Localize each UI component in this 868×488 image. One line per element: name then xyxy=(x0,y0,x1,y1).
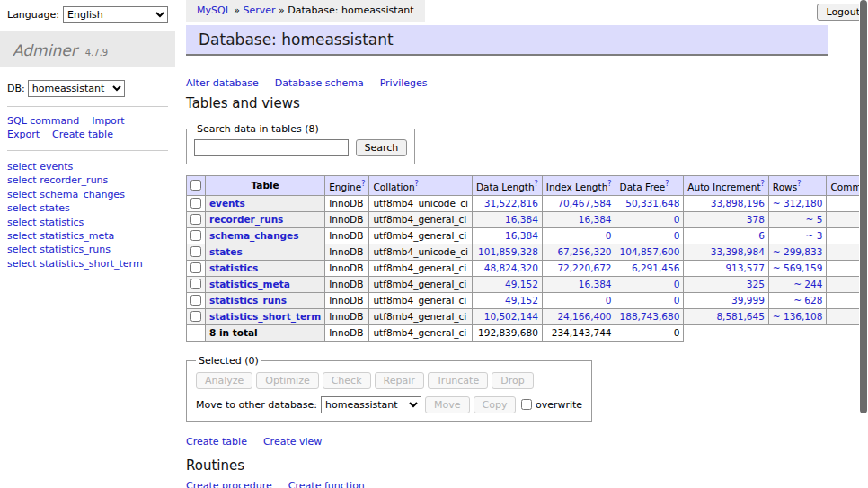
index-length-value[interactable]: 16,384 xyxy=(579,279,612,289)
check-button[interactable]: Check xyxy=(323,372,371,389)
search-input[interactable] xyxy=(194,139,349,156)
row-checkbox[interactable] xyxy=(190,214,201,225)
breadcrumb-item[interactable]: MySQL xyxy=(197,4,231,16)
row-checkbox[interactable] xyxy=(190,230,201,241)
data-free-value[interactable]: 0 xyxy=(674,230,680,241)
sidebar-action-create-table[interactable]: Create table xyxy=(52,129,113,140)
app-logo[interactable]: Adminer xyxy=(13,41,77,59)
sidebar-action-export[interactable]: Export xyxy=(7,129,40,140)
auto-increment-value[interactable]: 378 xyxy=(747,214,765,225)
row-checkbox[interactable] xyxy=(190,198,201,209)
table-name-link[interactable]: statistics xyxy=(209,262,258,273)
auto-increment-value[interactable]: 33,898,196 xyxy=(711,198,765,209)
auto-increment-value[interactable]: 325 xyxy=(747,279,765,289)
sidebar-action-import[interactable]: Import xyxy=(92,115,125,127)
index-length-value[interactable]: 24,166,400 xyxy=(557,311,611,322)
data-free-value[interactable]: 188,743,680 xyxy=(620,311,680,322)
auto-increment-value[interactable]: 6 xyxy=(758,230,765,241)
help-link[interactable]: ? xyxy=(361,180,365,188)
row-checkbox[interactable] xyxy=(190,279,201,289)
table-select-link[interactable]: select states xyxy=(7,202,70,214)
help-link[interactable]: ? xyxy=(797,180,801,188)
scrollbar[interactable] xyxy=(859,0,868,488)
db-link-privileges[interactable]: Privileges xyxy=(380,77,428,89)
overwrite-checkbox[interactable] xyxy=(521,399,532,410)
rows-value[interactable]: ~ 244 xyxy=(793,279,822,289)
help-link[interactable]: ? xyxy=(761,180,765,188)
rows-value[interactable]: ~ 3 xyxy=(806,230,823,241)
create-link-create-table[interactable]: Create table xyxy=(186,436,247,448)
row-checkbox[interactable] xyxy=(190,295,201,306)
routine-link-create-function[interactable]: Create function xyxy=(288,480,365,488)
table-name-link[interactable]: events xyxy=(209,198,245,209)
move-db-select[interactable]: homeassistant xyxy=(321,396,421,413)
help-link[interactable]: ? xyxy=(665,180,669,188)
breadcrumb-item[interactable]: Server xyxy=(244,4,276,16)
move-button[interactable]: Move xyxy=(425,396,470,413)
table-name-link[interactable]: statistics_runs xyxy=(209,295,287,306)
data-free-value[interactable]: 0 xyxy=(674,214,680,225)
scrollbar-thumb[interactable] xyxy=(860,0,867,413)
data-length-value[interactable]: 16,384 xyxy=(505,214,538,225)
search-button[interactable]: Search xyxy=(356,139,408,156)
select-all-checkbox[interactable] xyxy=(190,180,201,191)
rows-value[interactable]: ~ 136,108 xyxy=(773,311,823,322)
truncate-button[interactable]: Truncate xyxy=(428,372,488,389)
index-length-value[interactable]: 0 xyxy=(606,230,612,241)
table-name-link[interactable]: states xyxy=(209,246,243,257)
auto-increment-value[interactable]: 913,577 xyxy=(725,262,764,273)
table-name-link[interactable]: statistics_meta xyxy=(209,279,290,289)
index-length-value[interactable]: 67,256,320 xyxy=(557,246,611,257)
index-length-value[interactable]: 0 xyxy=(606,295,612,306)
data-length-value[interactable]: 48,824,320 xyxy=(484,262,538,273)
table-select-link[interactable]: select statistics_meta xyxy=(7,230,114,242)
help-link[interactable]: ? xyxy=(607,180,611,188)
index-length-value[interactable]: 70,467,584 xyxy=(557,198,611,209)
data-free-value[interactable]: 6,291,456 xyxy=(632,262,679,273)
auto-increment-value[interactable]: 8,581,645 xyxy=(716,311,764,322)
rows-value[interactable]: ~ 5 xyxy=(806,214,823,225)
auto-increment-value[interactable]: 33,398,984 xyxy=(711,246,765,257)
data-length-value[interactable]: 16,384 xyxy=(505,230,538,241)
rows-value[interactable]: ~ 569,159 xyxy=(773,262,823,273)
row-checkbox[interactable] xyxy=(190,246,201,257)
table-select-link[interactable]: select recorder_runs xyxy=(7,174,108,186)
row-checkbox[interactable] xyxy=(190,311,201,322)
table-select-link[interactable]: select schema_changes xyxy=(7,189,125,200)
routine-link-create-procedure[interactable]: Create procedure xyxy=(186,480,272,488)
index-length-value[interactable]: 72,220,672 xyxy=(557,262,611,273)
rows-value[interactable]: ~ 299,833 xyxy=(773,246,823,257)
help-link[interactable]: ? xyxy=(535,180,538,188)
index-length-value[interactable]: 16,384 xyxy=(579,214,612,225)
sidebar-action-sql-command[interactable]: SQL command xyxy=(7,115,79,127)
data-free-value[interactable]: 0 xyxy=(674,295,680,306)
db-select[interactable]: homeassistant xyxy=(28,80,125,97)
data-length-value[interactable]: 49,152 xyxy=(505,279,538,289)
drop-button[interactable]: Drop xyxy=(492,372,533,389)
table-select-link[interactable]: select statistics_runs xyxy=(7,244,111,255)
data-free-value[interactable]: 0 xyxy=(674,279,680,289)
table-name-link[interactable]: recorder_runs xyxy=(209,214,283,225)
overwrite-label[interactable]: overwrite xyxy=(521,399,582,411)
language-select[interactable]: English xyxy=(63,6,168,23)
data-free-value[interactable]: 104,857,600 xyxy=(620,246,680,257)
table-select-link[interactable]: select statistics_short_term xyxy=(7,258,143,270)
create-link-create-view[interactable]: Create view xyxy=(263,436,322,448)
auto-increment-value[interactable]: 39,999 xyxy=(731,295,765,306)
help-link[interactable]: ? xyxy=(415,180,419,188)
data-length-value[interactable]: 10,502,144 xyxy=(484,311,538,322)
db-link-alter-database[interactable]: Alter database xyxy=(186,77,259,89)
copy-button[interactable]: Copy xyxy=(474,396,517,413)
analyze-button[interactable]: Analyze xyxy=(196,372,252,389)
data-length-value[interactable]: 31,522,816 xyxy=(484,198,538,209)
rows-value[interactable]: ~ 628 xyxy=(793,295,822,306)
data-free-value[interactable]: 50,331,648 xyxy=(625,198,679,209)
table-name-link[interactable]: statistics_short_term xyxy=(209,311,321,322)
table-select-link[interactable]: select statistics xyxy=(7,217,84,228)
table-select-link[interactable]: select events xyxy=(7,161,73,173)
optimize-button[interactable]: Optimize xyxy=(256,372,318,389)
table-name-link[interactable]: schema_changes xyxy=(209,230,299,241)
rows-value[interactable]: ~ 312,180 xyxy=(773,198,823,209)
db-link-database-schema[interactable]: Database schema xyxy=(275,77,364,89)
row-checkbox[interactable] xyxy=(190,262,201,273)
